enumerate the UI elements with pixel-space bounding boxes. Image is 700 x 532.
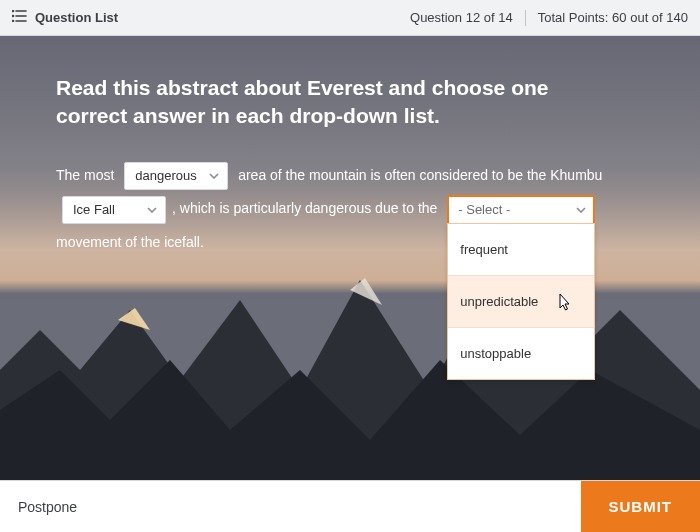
- passage-text: , which is: [172, 200, 230, 216]
- points-counter: Total Points: 60 out of 140: [538, 10, 688, 25]
- chevron-down-icon: [576, 207, 586, 213]
- submit-button[interactable]: SUBMIT: [581, 481, 701, 533]
- chevron-down-icon: [147, 207, 157, 213]
- chevron-down-icon: [209, 173, 219, 179]
- dropdown-2[interactable]: Ice Fall: [62, 196, 166, 224]
- svg-point-4: [13, 16, 14, 17]
- passage: The most dangerous area of the mountain …: [56, 159, 616, 260]
- passage-text: considered to be the Khumbu: [419, 167, 602, 183]
- dropdown-option-frequent[interactable]: frequent: [448, 224, 594, 276]
- option-label: frequent: [460, 242, 508, 257]
- passage-text: particularly dangerous due to the: [233, 200, 437, 216]
- dropdown-option-unpredictable[interactable]: unpredictable: [448, 276, 594, 328]
- cursor-icon: [554, 293, 572, 313]
- question-list-link[interactable]: Question List: [12, 10, 118, 25]
- option-label: unstoppable: [460, 346, 531, 361]
- footer: Postpone SUBMIT: [0, 480, 700, 532]
- meta-divider: [525, 10, 526, 26]
- list-icon: [12, 10, 27, 25]
- svg-point-3: [13, 11, 14, 12]
- dropdown-2-value: Ice Fall: [73, 194, 115, 225]
- postpone-link[interactable]: Postpone: [18, 499, 77, 515]
- option-label: unpredictable: [460, 294, 538, 309]
- dropdown-3[interactable]: - Select -: [447, 195, 595, 225]
- topbar-meta: Question 12 of 14 Total Points: 60 out o…: [410, 10, 688, 26]
- question-list-label: Question List: [35, 10, 118, 25]
- question-prompt: Read this abstract about Everest and cho…: [56, 74, 576, 131]
- dropdown-3-placeholder: - Select -: [458, 194, 510, 225]
- dropdown-1-value: dangerous: [135, 160, 196, 191]
- topbar: Question List Question 12 of 14 Total Po…: [0, 0, 700, 36]
- question-content: Read this abstract about Everest and cho…: [0, 36, 700, 280]
- passage-text: The most: [56, 167, 114, 183]
- dropdown-3-menu: frequent unpredictable unstoppable: [447, 223, 595, 381]
- passage-text: movement of the icefall.: [56, 234, 204, 250]
- dropdown-option-unstoppable[interactable]: unstoppable: [448, 328, 594, 379]
- question-stage: Read this abstract about Everest and cho…: [0, 36, 700, 480]
- passage-text: area of the mountain is often: [238, 167, 415, 183]
- dropdown-1[interactable]: dangerous: [124, 162, 228, 190]
- svg-point-5: [13, 21, 14, 22]
- question-counter: Question 12 of 14: [410, 10, 513, 25]
